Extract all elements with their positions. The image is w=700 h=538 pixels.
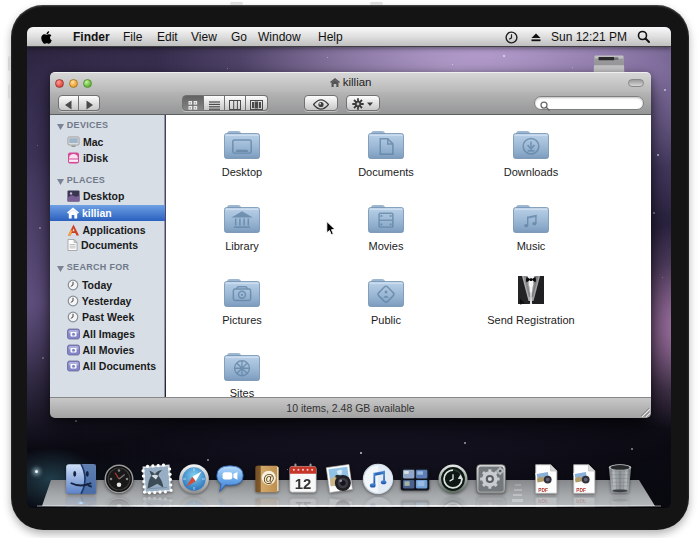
svg-text:PDF: PDF xyxy=(538,488,548,493)
svg-text:@: @ xyxy=(263,472,274,484)
svg-text:PDF: PDF xyxy=(576,488,586,493)
svg-text:12: 12 xyxy=(295,476,312,492)
